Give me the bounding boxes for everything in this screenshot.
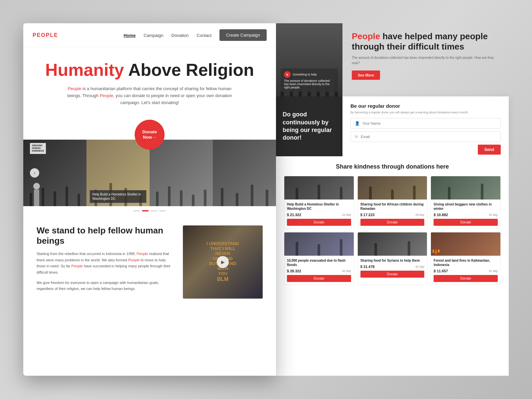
send-button[interactable]: Send [478,145,501,155]
dc-days-3: 32 day [489,213,498,216]
dc-body-2: Sharing food for African children during… [358,200,427,228]
about-text: We stand to help fellow human beings Sta… [37,225,173,296]
people-ref-1: People [68,86,81,91]
about-title: We stand to help fellow human beings [37,225,173,246]
prev-arrow-icon: ‹ [34,170,36,176]
dc-crowd-2 [358,186,427,200]
donate-now-button[interactable]: Donate Now→ [135,120,165,150]
carousel-dot-2[interactable] [142,210,149,211]
person-sil [340,239,342,256]
carousel-prev-arrow[interactable]: ‹ [30,168,39,178]
image-cell-4 [213,140,276,206]
dc-amount-6: $ 11.657 [434,269,448,273]
donation-card-2: Sharing food for African children during… [357,176,428,229]
nav-link-contact[interactable]: Contact [197,33,211,38]
dc-amount-2: $ 17.223 [360,213,375,217]
dc-amount-5: $ 31.478 [360,265,375,269]
donation-card-image-4 [284,232,354,256]
people-ref-2: People [100,93,113,98]
nav-link-home[interactable]: Home [124,33,136,38]
top-right-text: People have helped many people through t… [342,23,509,96]
play-button[interactable]: ▶ [217,256,229,268]
heading-red: People [352,31,380,41]
donate-btn-line2: Now→ [143,135,156,140]
donate-card-btn-5[interactable]: Donate [360,271,425,278]
donation-card-image-1 [284,176,354,200]
people-ref-5: People [71,264,83,268]
fire-bg [431,232,500,256]
person-sil [30,193,32,206]
donation-card-image-6 [431,232,500,256]
donation-card-4: 10,000 people evacuated due to flash flo… [284,232,354,285]
donor-sidebar-text: Do good continuously by being our regula… [283,111,336,142]
person-sil [448,187,451,200]
hero-title-red: Humanity [45,60,124,79]
carousel-dot-3[interactable] [151,210,157,211]
dc-title-6: Forest and land fires in Kalimantan, Ind… [434,258,498,267]
person-sil [66,186,68,206]
about-body-2: We give freedom for everyone to open a c… [37,280,173,292]
person-sil [156,192,159,206]
dc-body-1: Help Build a Homeless Shelter in Washing… [284,200,354,228]
about-section: We stand to help fellow human beings Sta… [23,215,276,309]
donate-card-btn-3[interactable]: Donate [434,219,498,226]
navigation: PEOPLE Home Campaign Donation Contact Cr… [23,23,276,47]
name-input[interactable] [362,121,496,125]
dc-days-5: 42 day [415,265,424,268]
donor-form-subtitle: By becoming a regular donor you will alw… [350,111,501,114]
person-sil [391,190,394,200]
nav-link-campaign[interactable]: Campaign [144,33,163,38]
dc-days-2: 28 day [415,213,424,216]
dc-crowd-3 [431,186,500,200]
image-strip: SEEKINGHUMANKINDNESS Help Build [23,140,276,206]
hero-section: Humanity Above Religion People is a huma… [23,47,276,120]
person-sil [77,194,80,206]
email-input[interactable] [361,135,496,139]
donate-card-btn-2[interactable]: Donate [360,219,425,226]
person-sil [296,188,298,200]
person-sil [180,190,183,206]
hero-title-bold: Religion [186,60,254,79]
carousel-dots [23,206,276,215]
person-icon: 👤 [355,121,360,126]
dc-days-1: 24 day [342,213,351,216]
person-sil [318,244,320,256]
person-sil [42,188,44,206]
donate-card-btn-6[interactable]: Donate [434,275,498,282]
carousel-dot-1[interactable] [133,210,140,211]
donation-card-6: Forest and land fires in Kalimantan, Ind… [431,232,501,285]
person-sil [481,184,483,200]
dc-meta-6: $ 11.657 42 day [434,269,498,273]
see-more-button[interactable]: See More [352,70,380,80]
dc-title-3: Giving street beggars new clothes in win… [434,202,498,211]
donate-card-btn-4[interactable]: Donate [287,275,351,282]
create-campaign-button[interactable]: Create Campaign [219,29,267,41]
hero-title: Humanity Above Religion [43,61,256,79]
person-sil [266,190,268,206]
person-sil [369,186,372,200]
dc-body-6: Forest and land fires in Kalimantan, Ind… [431,256,500,285]
person-sil [192,195,195,206]
carousel-dot-4[interactable] [159,210,166,211]
dc-body-4: 10,000 people evacuated due to flash flo… [284,256,354,285]
person-sil [374,243,377,256]
people-ref-4: People [128,258,140,262]
dc-title-1: Help Build a Homeless Shelter in Washing… [287,202,351,211]
donate-card-btn-1[interactable]: Donate [287,219,351,226]
donate-btn-line1: Donate [142,129,157,135]
right-panel: ♥ Something to help The amount of donati… [276,23,509,376]
name-input-wrapper: 👤 [350,118,501,129]
dc-title-2: Sharing food for African children during… [360,202,425,211]
donation-cards-grid: Help Build a Homeless Shelter in Washing… [284,176,501,285]
donation-card-1: Help Build a Homeless Shelter in Washing… [284,176,354,229]
image-cell-3 [150,140,213,206]
people-ref-3: People [137,252,148,256]
main-website-panel: PEOPLE Home Campaign Donation Contact Cr… [23,23,276,376]
nav-link-donation[interactable]: Donation [171,33,189,38]
person-sil [251,185,253,206]
donation-card-3: Giving street beggars new clothes in win… [431,176,501,229]
donor-form-title: Be our regular donor [350,103,501,109]
site-logo: PEOPLE [33,32,58,38]
top-right-body: The amount of donations collected has be… [352,55,499,66]
person-sil [408,241,410,256]
